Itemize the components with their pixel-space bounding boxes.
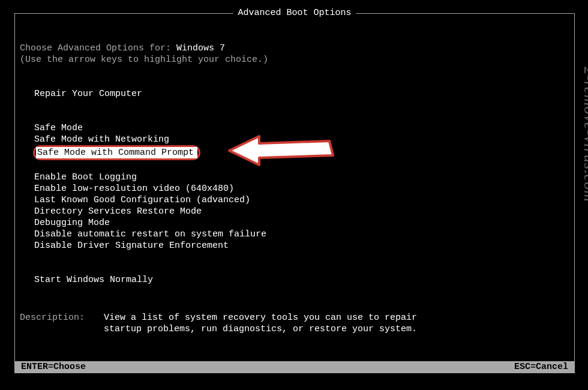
description-line1: View a list of system recovery tools you… [104, 312, 417, 323]
footer-enter: ENTER=Choose [21, 361, 86, 373]
instruction-line: (Use the arrow keys to highlight your ch… [20, 54, 569, 65]
content-area: Choose Advanced Options for: Windows 7 (… [20, 43, 569, 335]
choose-line: Choose Advanced Options for: Windows 7 [20, 43, 569, 54]
os-name: Windows 7 [176, 43, 225, 53]
menu-item-safe-mode[interactable]: Safe Mode [20, 122, 83, 134]
choose-prefix: Choose Advanced Options for: [20, 43, 176, 53]
boot-menu[interactable]: Repair Your Computer Safe Mode Safe Mode… [20, 88, 569, 286]
menu-item-low-res[interactable]: Enable low-resolution video (640x480) [20, 183, 234, 194]
description-line2: startup problems, run diagnostics, or re… [104, 323, 417, 335]
menu-item-ds-restore[interactable]: Directory Services Restore Mode [20, 206, 202, 217]
menu-item-lkgc[interactable]: Last Known Good Configuration (advanced) [20, 194, 250, 206]
menu-group-repair: Repair Your Computer [20, 88, 569, 100]
menu-item-debugging[interactable]: Debugging Mode [20, 217, 110, 229]
description-block: Description: View a list of system recov… [20, 312, 569, 335]
menu-item-disable-sig[interactable]: Disable Driver Signature Enforcement [20, 240, 229, 251]
page-title: Advanced Boot Options [233, 8, 356, 18]
menu-group-advanced: Enable Boot Logging Enable low-resolutio… [20, 172, 569, 251]
menu-item-safe-mode-net[interactable]: Safe Mode with Networking [20, 134, 169, 145]
footer-bar: ENTER=Choose ESC=Cancel [15, 361, 574, 373]
description-label: Description: [20, 312, 104, 323]
footer-esc: ESC=Cancel [514, 361, 568, 373]
menu-item-safe-mode-cmd[interactable]: Safe Mode with Command Prompt [36, 147, 197, 158]
menu-item-boot-logging[interactable]: Enable Boot Logging [20, 172, 137, 183]
highlight-ring: Safe Mode with Command Prompt [33, 145, 200, 160]
watermark-text: 2-remove-virus.com [580, 67, 588, 202]
menu-item-disable-restart[interactable]: Disable automatic restart on system fail… [20, 229, 266, 240]
boot-options-frame: Advanced Boot Options Choose Advanced Op… [14, 13, 575, 373]
menu-group-safe: Safe Mode Safe Mode with Networking Safe… [20, 122, 569, 160]
menu-item-repair[interactable]: Repair Your Computer [20, 88, 142, 100]
menu-group-normal: Start Windows Normally [20, 274, 569, 286]
menu-item-start-normal[interactable]: Start Windows Normally [20, 274, 153, 286]
